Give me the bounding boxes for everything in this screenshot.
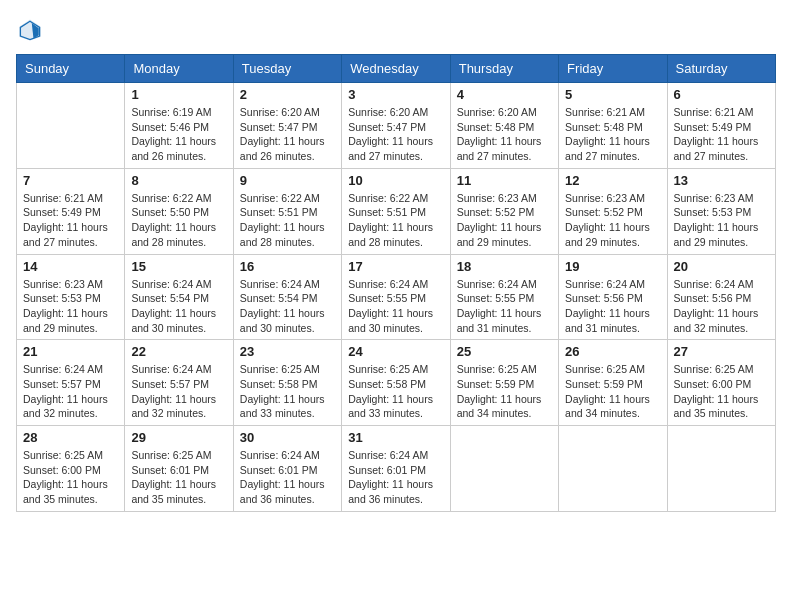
day-info: Sunrise: 6:22 AM Sunset: 5:51 PM Dayligh… xyxy=(240,191,335,250)
day-number: 20 xyxy=(674,259,769,274)
day-number: 29 xyxy=(131,430,226,445)
calendar-cell: 29Sunrise: 6:25 AM Sunset: 6:01 PM Dayli… xyxy=(125,426,233,512)
calendar-cell xyxy=(450,426,558,512)
day-number: 10 xyxy=(348,173,443,188)
calendar-cell: 7Sunrise: 6:21 AM Sunset: 5:49 PM Daylig… xyxy=(17,168,125,254)
day-number: 22 xyxy=(131,344,226,359)
day-number: 19 xyxy=(565,259,660,274)
day-number: 1 xyxy=(131,87,226,102)
calendar-header-row: SundayMondayTuesdayWednesdayThursdayFrid… xyxy=(17,55,776,83)
day-info: Sunrise: 6:25 AM Sunset: 5:59 PM Dayligh… xyxy=(565,362,660,421)
calendar-cell: 21Sunrise: 6:24 AM Sunset: 5:57 PM Dayli… xyxy=(17,340,125,426)
calendar-week-1: 1Sunrise: 6:19 AM Sunset: 5:46 PM Daylig… xyxy=(17,83,776,169)
day-number: 2 xyxy=(240,87,335,102)
day-info: Sunrise: 6:25 AM Sunset: 6:00 PM Dayligh… xyxy=(674,362,769,421)
calendar-cell: 22Sunrise: 6:24 AM Sunset: 5:57 PM Dayli… xyxy=(125,340,233,426)
day-header-wednesday: Wednesday xyxy=(342,55,450,83)
calendar-cell: 11Sunrise: 6:23 AM Sunset: 5:52 PM Dayli… xyxy=(450,168,558,254)
day-number: 14 xyxy=(23,259,118,274)
calendar-cell: 14Sunrise: 6:23 AM Sunset: 5:53 PM Dayli… xyxy=(17,254,125,340)
calendar-cell: 28Sunrise: 6:25 AM Sunset: 6:00 PM Dayli… xyxy=(17,426,125,512)
day-info: Sunrise: 6:24 AM Sunset: 5:55 PM Dayligh… xyxy=(457,277,552,336)
day-info: Sunrise: 6:23 AM Sunset: 5:53 PM Dayligh… xyxy=(23,277,118,336)
calendar-cell: 4Sunrise: 6:20 AM Sunset: 5:48 PM Daylig… xyxy=(450,83,558,169)
day-info: Sunrise: 6:25 AM Sunset: 5:58 PM Dayligh… xyxy=(348,362,443,421)
calendar-cell: 8Sunrise: 6:22 AM Sunset: 5:50 PM Daylig… xyxy=(125,168,233,254)
day-number: 4 xyxy=(457,87,552,102)
day-number: 9 xyxy=(240,173,335,188)
calendar-cell: 20Sunrise: 6:24 AM Sunset: 5:56 PM Dayli… xyxy=(667,254,775,340)
calendar-cell: 5Sunrise: 6:21 AM Sunset: 5:48 PM Daylig… xyxy=(559,83,667,169)
calendar-cell: 31Sunrise: 6:24 AM Sunset: 6:01 PM Dayli… xyxy=(342,426,450,512)
calendar-cell: 27Sunrise: 6:25 AM Sunset: 6:00 PM Dayli… xyxy=(667,340,775,426)
day-number: 27 xyxy=(674,344,769,359)
day-number: 28 xyxy=(23,430,118,445)
calendar-week-2: 7Sunrise: 6:21 AM Sunset: 5:49 PM Daylig… xyxy=(17,168,776,254)
day-info: Sunrise: 6:23 AM Sunset: 5:52 PM Dayligh… xyxy=(457,191,552,250)
calendar-cell: 3Sunrise: 6:20 AM Sunset: 5:47 PM Daylig… xyxy=(342,83,450,169)
day-header-tuesday: Tuesday xyxy=(233,55,341,83)
day-number: 23 xyxy=(240,344,335,359)
calendar-cell: 9Sunrise: 6:22 AM Sunset: 5:51 PM Daylig… xyxy=(233,168,341,254)
day-number: 5 xyxy=(565,87,660,102)
logo-icon xyxy=(16,16,44,44)
day-number: 12 xyxy=(565,173,660,188)
day-info: Sunrise: 6:24 AM Sunset: 5:54 PM Dayligh… xyxy=(131,277,226,336)
day-info: Sunrise: 6:24 AM Sunset: 5:56 PM Dayligh… xyxy=(565,277,660,336)
day-number: 3 xyxy=(348,87,443,102)
calendar-cell: 6Sunrise: 6:21 AM Sunset: 5:49 PM Daylig… xyxy=(667,83,775,169)
calendar-cell: 24Sunrise: 6:25 AM Sunset: 5:58 PM Dayli… xyxy=(342,340,450,426)
calendar-week-5: 28Sunrise: 6:25 AM Sunset: 6:00 PM Dayli… xyxy=(17,426,776,512)
day-info: Sunrise: 6:24 AM Sunset: 6:01 PM Dayligh… xyxy=(348,448,443,507)
day-info: Sunrise: 6:24 AM Sunset: 5:55 PM Dayligh… xyxy=(348,277,443,336)
day-header-thursday: Thursday xyxy=(450,55,558,83)
day-info: Sunrise: 6:22 AM Sunset: 5:50 PM Dayligh… xyxy=(131,191,226,250)
logo xyxy=(16,16,48,44)
calendar-cell: 2Sunrise: 6:20 AM Sunset: 5:47 PM Daylig… xyxy=(233,83,341,169)
day-info: Sunrise: 6:25 AM Sunset: 5:58 PM Dayligh… xyxy=(240,362,335,421)
day-number: 6 xyxy=(674,87,769,102)
calendar-cell: 17Sunrise: 6:24 AM Sunset: 5:55 PM Dayli… xyxy=(342,254,450,340)
calendar-table: SundayMondayTuesdayWednesdayThursdayFrid… xyxy=(16,54,776,512)
day-number: 17 xyxy=(348,259,443,274)
day-info: Sunrise: 6:21 AM Sunset: 5:49 PM Dayligh… xyxy=(674,105,769,164)
day-info: Sunrise: 6:24 AM Sunset: 5:54 PM Dayligh… xyxy=(240,277,335,336)
day-info: Sunrise: 6:24 AM Sunset: 5:57 PM Dayligh… xyxy=(131,362,226,421)
calendar-cell: 1Sunrise: 6:19 AM Sunset: 5:46 PM Daylig… xyxy=(125,83,233,169)
day-header-friday: Friday xyxy=(559,55,667,83)
calendar-cell: 25Sunrise: 6:25 AM Sunset: 5:59 PM Dayli… xyxy=(450,340,558,426)
day-info: Sunrise: 6:23 AM Sunset: 5:53 PM Dayligh… xyxy=(674,191,769,250)
calendar-cell: 16Sunrise: 6:24 AM Sunset: 5:54 PM Dayli… xyxy=(233,254,341,340)
day-info: Sunrise: 6:22 AM Sunset: 5:51 PM Dayligh… xyxy=(348,191,443,250)
calendar-cell: 18Sunrise: 6:24 AM Sunset: 5:55 PM Dayli… xyxy=(450,254,558,340)
day-info: Sunrise: 6:21 AM Sunset: 5:48 PM Dayligh… xyxy=(565,105,660,164)
day-info: Sunrise: 6:24 AM Sunset: 5:56 PM Dayligh… xyxy=(674,277,769,336)
day-number: 16 xyxy=(240,259,335,274)
day-info: Sunrise: 6:25 AM Sunset: 6:00 PM Dayligh… xyxy=(23,448,118,507)
day-info: Sunrise: 6:21 AM Sunset: 5:49 PM Dayligh… xyxy=(23,191,118,250)
day-header-saturday: Saturday xyxy=(667,55,775,83)
day-header-monday: Monday xyxy=(125,55,233,83)
calendar-cell xyxy=(667,426,775,512)
day-info: Sunrise: 6:23 AM Sunset: 5:52 PM Dayligh… xyxy=(565,191,660,250)
day-info: Sunrise: 6:24 AM Sunset: 6:01 PM Dayligh… xyxy=(240,448,335,507)
page-header xyxy=(16,16,776,44)
day-info: Sunrise: 6:20 AM Sunset: 5:48 PM Dayligh… xyxy=(457,105,552,164)
day-number: 15 xyxy=(131,259,226,274)
calendar-cell: 26Sunrise: 6:25 AM Sunset: 5:59 PM Dayli… xyxy=(559,340,667,426)
day-number: 13 xyxy=(674,173,769,188)
calendar-cell: 15Sunrise: 6:24 AM Sunset: 5:54 PM Dayli… xyxy=(125,254,233,340)
day-number: 26 xyxy=(565,344,660,359)
day-number: 24 xyxy=(348,344,443,359)
day-info: Sunrise: 6:20 AM Sunset: 5:47 PM Dayligh… xyxy=(240,105,335,164)
day-number: 21 xyxy=(23,344,118,359)
day-info: Sunrise: 6:20 AM Sunset: 5:47 PM Dayligh… xyxy=(348,105,443,164)
calendar-cell: 19Sunrise: 6:24 AM Sunset: 5:56 PM Dayli… xyxy=(559,254,667,340)
day-number: 30 xyxy=(240,430,335,445)
calendar-cell: 23Sunrise: 6:25 AM Sunset: 5:58 PM Dayli… xyxy=(233,340,341,426)
calendar-cell: 10Sunrise: 6:22 AM Sunset: 5:51 PM Dayli… xyxy=(342,168,450,254)
calendar-week-3: 14Sunrise: 6:23 AM Sunset: 5:53 PM Dayli… xyxy=(17,254,776,340)
calendar-cell xyxy=(17,83,125,169)
day-header-sunday: Sunday xyxy=(17,55,125,83)
day-number: 11 xyxy=(457,173,552,188)
